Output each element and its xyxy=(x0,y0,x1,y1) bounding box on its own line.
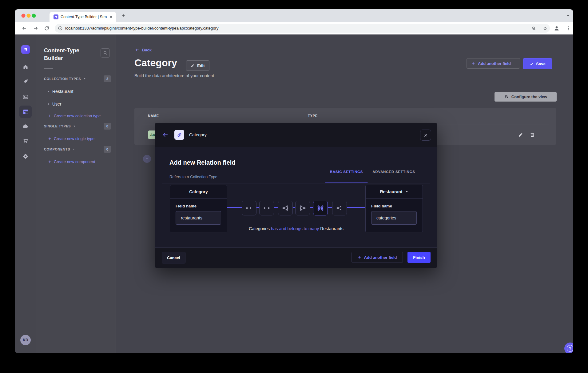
relation-object: Restaurants xyxy=(320,226,343,231)
back-link[interactable]: Back xyxy=(135,47,152,52)
user-avatar[interactable]: KD xyxy=(20,335,31,345)
create-single-type-link[interactable]: Create new single type xyxy=(48,135,94,142)
traffic-light-close[interactable] xyxy=(22,14,26,18)
add-another-field-button[interactable]: Add another field xyxy=(467,58,520,69)
modal-add-another-field-button[interactable]: Add another field xyxy=(352,252,403,263)
plus-circle-icon xyxy=(143,155,151,163)
url-text[interactable]: localhost:1337/admin/plugins/content-typ… xyxy=(65,26,218,30)
tab-title: Content-Type Builder | Strapi xyxy=(61,15,107,19)
sidebar-title: Content-Type Builder xyxy=(44,47,96,62)
source-type-card: Category Field name restaurants xyxy=(170,185,227,232)
cloud-icon[interactable] xyxy=(22,123,29,130)
collection-types-count-badge: 2 xyxy=(104,75,111,82)
page-title: Category xyxy=(134,57,177,69)
check-icon xyxy=(530,62,534,66)
relation-many-to-many-icon[interactable] xyxy=(313,201,328,215)
bullet-dot-icon xyxy=(48,103,49,105)
section-collection-types[interactable]: COLLECTION TYPES xyxy=(44,76,86,82)
tab-basic-settings[interactable]: BASIC SETTINGS xyxy=(325,168,368,175)
browser-tab-strip: Content-Type Builder | Strapi xyxy=(15,9,573,22)
source-type-title: Category xyxy=(170,185,227,199)
modal-tabs-divider xyxy=(162,183,430,183)
target-field-name-input[interactable]: categories xyxy=(371,211,417,225)
tab-search-chevron-icon[interactable] xyxy=(566,14,570,18)
chevron-down-icon xyxy=(83,77,86,80)
forward-nav-icon[interactable] xyxy=(33,25,39,31)
tab-advanced-settings[interactable]: ADVANCED SETTINGS xyxy=(370,168,418,175)
bookmark-star-icon[interactable] xyxy=(542,26,548,31)
edit-field-pencil-icon[interactable] xyxy=(518,132,523,138)
single-types-count-badge: 0 xyxy=(104,123,111,130)
traffic-light-zoom[interactable] xyxy=(32,14,36,18)
relation-one-way-icon[interactable] xyxy=(242,201,256,215)
chevron-down-icon xyxy=(73,125,76,128)
relation-many-to-one-icon[interactable] xyxy=(295,201,310,215)
edit-button[interactable]: Edit xyxy=(186,60,209,71)
omnibox[interactable]: localhost:1337/admin/plugins/content-typ… xyxy=(55,24,550,33)
browser-url-bar: localhost:1337/admin/plugins/content-typ… xyxy=(15,22,573,34)
finish-button[interactable]: Finish xyxy=(407,252,431,263)
plus-icon xyxy=(48,114,51,118)
browser-menu-icon[interactable] xyxy=(566,26,571,31)
strapi-favicon-icon xyxy=(54,14,58,19)
delete-field-trash-icon[interactable] xyxy=(530,132,535,138)
section-components[interactable]: COMPONENTS xyxy=(44,146,75,152)
main-nav-rail: KD xyxy=(15,34,37,353)
sidebar-item-restaurant[interactable]: Restaurant xyxy=(48,88,73,94)
profile-avatar-icon[interactable] xyxy=(553,25,560,32)
modal-close-button[interactable] xyxy=(420,130,431,141)
sidebar-item-user[interactable]: User xyxy=(48,101,62,107)
relation-one-to-many-icon[interactable] xyxy=(278,201,293,215)
components-count-badge: 0 xyxy=(104,146,111,153)
rail-divider xyxy=(15,58,36,58)
relation-link-icon xyxy=(174,130,184,140)
ctb-sidebar: Content-Type Builder COLLECTION TYPES 2 … xyxy=(36,34,116,353)
chevron-down-icon xyxy=(72,148,75,151)
close-icon xyxy=(423,133,428,138)
strapi-logo-icon[interactable] xyxy=(21,45,30,54)
source-field-name-input[interactable]: restaurants xyxy=(176,211,221,225)
arrow-left-icon xyxy=(135,47,140,52)
tab-close-icon[interactable] xyxy=(109,15,113,19)
pencil-icon xyxy=(191,64,195,68)
relation-sentence: Categories has and belongs to many Resta… xyxy=(228,226,364,231)
marketplace-cart-icon[interactable] xyxy=(22,138,29,144)
section-single-types[interactable]: SINGLE TYPES xyxy=(44,123,76,129)
new-tab-icon[interactable] xyxy=(121,13,126,18)
target-type-select[interactable]: Restaurant xyxy=(366,185,423,199)
source-field-name-label: Field name xyxy=(176,204,197,208)
media-library-icon[interactable] xyxy=(22,94,29,100)
question-mark-icon: ? xyxy=(567,345,573,352)
modal-breadcrumb: Category xyxy=(189,132,207,137)
browser-tab[interactable]: Content-Type Builder | Strapi xyxy=(50,12,116,22)
sidebar-search-button[interactable] xyxy=(101,48,110,58)
site-info-icon[interactable] xyxy=(58,26,63,31)
cancel-button[interactable]: Cancel xyxy=(162,252,185,263)
content-type-builder-icon[interactable] xyxy=(19,106,32,118)
configure-lines-icon xyxy=(504,94,509,99)
relation-one-to-one-icon[interactable] xyxy=(259,201,274,215)
configure-view-button[interactable]: Configure the view xyxy=(495,92,557,102)
create-component-link[interactable]: Create new component xyxy=(48,158,95,165)
modal-header: Category xyxy=(155,123,437,147)
create-collection-type-link[interactable]: Create new collection type xyxy=(48,113,101,119)
content-manager-feather-icon[interactable] xyxy=(22,78,29,85)
modal-back-arrow-icon[interactable] xyxy=(162,131,169,138)
plus-icon xyxy=(48,160,51,163)
traffic-light-minimize[interactable] xyxy=(27,14,31,18)
column-header-name: NAME xyxy=(148,114,159,118)
plus-icon xyxy=(48,137,51,140)
zoom-page-icon[interactable] xyxy=(531,26,536,31)
save-button[interactable]: Save xyxy=(523,58,552,69)
reload-icon[interactable] xyxy=(44,26,50,31)
relation-many-way-icon[interactable] xyxy=(332,201,347,215)
help-button[interactable]: ? xyxy=(564,343,573,353)
chevron-down-icon xyxy=(405,190,408,194)
home-icon[interactable] xyxy=(22,64,29,70)
settings-gear-icon[interactable] xyxy=(22,153,29,160)
sidebar-divider xyxy=(44,68,53,69)
relation-subject: Categories xyxy=(249,226,270,231)
modal-footer: Cancel Add another field Finish xyxy=(155,247,437,268)
back-nav-icon[interactable] xyxy=(21,25,27,31)
modal-subtitle: Refers to a Collection Type xyxy=(169,174,217,179)
